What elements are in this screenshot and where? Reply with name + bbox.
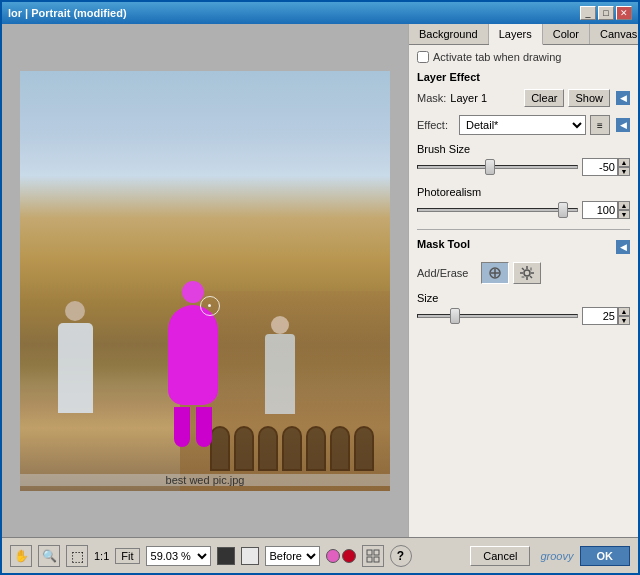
tabs-row: Background Layers Color Canvas — [409, 24, 638, 45]
zoom-tool-button[interactable]: 🔍 — [38, 545, 60, 567]
watermark-text: groovy — [540, 550, 573, 562]
mask-tool-header: Mask Tool — [417, 238, 614, 250]
brush-size-up[interactable]: ▲ — [618, 158, 630, 167]
frame-tool-button[interactable]: ⬚ — [66, 545, 88, 567]
circle-pink[interactable] — [326, 549, 340, 563]
panel-content: Activate tab when drawing Layer Effect M… — [409, 45, 638, 537]
tab-color[interactable]: Color — [543, 24, 590, 44]
zoom-select[interactable]: 59.03 % 100 % 50 % 25 % — [146, 546, 211, 566]
effect-select[interactable]: Detail* Smooth Artistic — [459, 115, 586, 135]
tab-background[interactable]: Background — [409, 24, 489, 44]
clear-button[interactable]: Clear — [524, 89, 564, 107]
photorealism-spinners: ▲ ▼ — [618, 201, 630, 219]
person-magenta — [160, 281, 225, 441]
mask-arrow-icon[interactable]: ◀ — [616, 91, 630, 105]
size-spinners: ▲ ▼ — [618, 307, 630, 325]
window-controls: _ □ ✕ — [580, 6, 632, 20]
tab-layers[interactable]: Layers — [489, 24, 543, 45]
canvas-panel: best wed pic.jpg — [2, 24, 408, 537]
brush-size-track[interactable] — [417, 165, 578, 169]
photorealism-section: Photorealism 100 ▲ ▼ — [417, 186, 630, 219]
person-right — [260, 316, 300, 436]
person-white — [50, 301, 100, 431]
before-after-select[interactable]: Before After — [265, 546, 320, 566]
bottom-toolbar: ✋ 🔍 ⬚ 1:1 Fit 59.03 % 100 % 50 % 25 % Be… — [2, 537, 638, 573]
arch-2 — [234, 426, 254, 471]
cancel-button[interactable]: Cancel — [470, 546, 530, 566]
photorealism-up[interactable]: ▲ — [618, 201, 630, 210]
arch-5 — [306, 426, 326, 471]
svg-rect-13 — [374, 550, 379, 555]
svg-point-3 — [524, 270, 530, 276]
dual-circles — [326, 549, 356, 563]
arch-7 — [354, 426, 374, 471]
show-button[interactable]: Show — [568, 89, 610, 107]
photorealism-row: 100 ▲ ▼ — [417, 201, 630, 219]
photorealism-down[interactable]: ▼ — [618, 210, 630, 219]
brush-size-spinners: ▲ ▼ — [618, 158, 630, 176]
person-right-body — [265, 334, 295, 414]
size-section: Size 25 ▲ ▼ — [417, 292, 630, 325]
photorealism-label: Photorealism — [417, 186, 630, 198]
right-panel: Background Layers Color Canvas Activate … — [408, 24, 638, 537]
person-right-head — [271, 316, 289, 334]
brush-size-thumb[interactable] — [485, 159, 495, 175]
activate-tab-row: Activate tab when drawing — [417, 51, 630, 63]
photorealism-track[interactable] — [417, 208, 578, 212]
help-button[interactable]: ? — [390, 545, 412, 567]
size-track[interactable] — [417, 314, 578, 318]
svg-rect-15 — [374, 557, 379, 562]
add-tool-button[interactable] — [481, 262, 509, 284]
brush-size-section: Brush Size -50 ▲ ▼ — [417, 143, 630, 176]
leg-left — [174, 407, 190, 447]
mask-value: Layer 1 — [450, 92, 520, 104]
paintbrush-icon — [487, 265, 503, 281]
target-dot — [208, 304, 211, 307]
image-canvas[interactable]: best wed pic.jpg — [20, 71, 390, 491]
size-down[interactable]: ▼ — [618, 316, 630, 325]
tab-canvas[interactable]: Canvas — [590, 24, 638, 44]
mask-label: Mask: — [417, 92, 446, 104]
circle-red[interactable] — [342, 549, 356, 563]
size-row: 25 ▲ ▼ — [417, 307, 630, 325]
color-swatch-dark[interactable] — [217, 547, 235, 565]
mask-tool-arrow-icon[interactable]: ◀ — [616, 240, 630, 254]
svg-line-10 — [530, 268, 533, 271]
minimize-button[interactable]: _ — [580, 6, 596, 20]
erase-tool-button[interactable] — [513, 262, 541, 284]
brush-size-label: Brush Size — [417, 143, 630, 155]
effect-lines-icon[interactable]: ≡ — [590, 115, 610, 135]
size-up[interactable]: ▲ — [618, 307, 630, 316]
grid-icon — [366, 549, 380, 563]
effect-label: Effect: — [417, 119, 455, 131]
size-value: 25 — [582, 307, 618, 325]
brush-size-value: -50 — [582, 158, 618, 176]
svg-rect-12 — [367, 550, 372, 555]
activate-tab-label: Activate tab when drawing — [433, 51, 561, 63]
section-divider — [417, 229, 630, 230]
target-circle — [200, 296, 220, 316]
maximize-button[interactable]: □ — [598, 6, 614, 20]
color-swatch-light[interactable] — [241, 547, 259, 565]
layout-button[interactable] — [362, 545, 384, 567]
svg-line-8 — [522, 268, 524, 270]
adderase-label: Add/Erase — [417, 267, 477, 279]
activate-tab-checkbox[interactable] — [417, 51, 429, 63]
ok-button[interactable]: OK — [580, 546, 631, 566]
hand-tool-button[interactable]: ✋ — [10, 545, 32, 567]
photorealism-value: 100 — [582, 201, 618, 219]
image-filename: best wed pic.jpg — [20, 474, 390, 486]
leg-right — [196, 407, 212, 447]
fit-button[interactable]: Fit — [115, 548, 139, 564]
size-thumb[interactable] — [450, 308, 460, 324]
title-bar: lor | Portrait (modified) _ □ ✕ — [2, 2, 638, 24]
close-button[interactable]: ✕ — [616, 6, 632, 20]
arch-6 — [330, 426, 350, 471]
effect-arrow-icon[interactable]: ◀ — [616, 118, 630, 132]
main-window: lor | Portrait (modified) _ □ ✕ — [0, 0, 640, 575]
photorealism-thumb[interactable] — [558, 202, 568, 218]
size-label: Size — [417, 292, 630, 304]
brush-size-down[interactable]: ▼ — [618, 167, 630, 176]
zoom-ratio: 1:1 — [94, 550, 109, 562]
action-buttons: Cancel groovy OK — [470, 546, 630, 566]
